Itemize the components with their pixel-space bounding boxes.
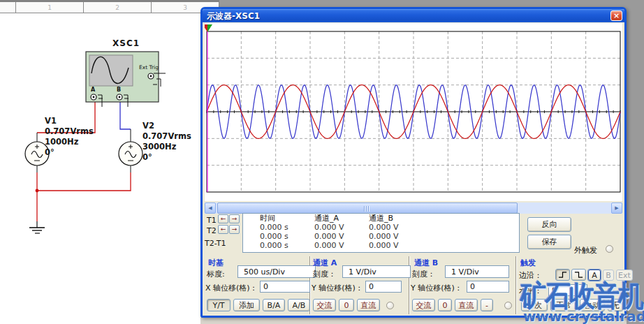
channel-a-offset-input[interactable] [365,281,402,293]
timebase-scale-input[interactable] [237,265,316,278]
cursor-table-value: 0.000 s [243,241,305,250]
v1-name: V1 [45,116,94,126]
t1-right-arrow-icon[interactable]: → [229,214,240,223]
scope-graticule [205,23,622,201]
channel-a-scale-input[interactable] [342,265,411,278]
wire-junction-dot [36,189,39,193]
t2-left-arrow-icon[interactable]: ← [218,225,228,234]
oscilloscope-window: 示波器-XSC1 × ◀ ▶ T1 T2 T2-T1 ← → ← → 时间通道_… [200,7,627,318]
cursor-table-header: 通道_B [359,214,519,223]
channel-a-scale-label: 刻度： [313,269,336,279]
t1-left-arrow-icon[interactable]: ← [218,214,228,223]
t2-right-arrow-icon[interactable]: → [229,225,240,234]
ext-trigger-label: 外触发 [574,245,597,256]
section-divider [515,256,517,314]
watermark-url: www.crystalradio.cn [523,308,644,324]
terminal-a-label: A [91,87,95,93]
cursor-table-header: 时间 [243,214,305,223]
timebase-title: 时基 [208,258,224,268]
channel-b-indicator [504,302,512,309]
channel-a-offset-label: Y 轴位移(格)： [312,283,363,293]
thumb-grip-icon [364,206,370,212]
v2-phase: 0° [142,152,191,163]
scroll-left-icon[interactable]: ◀ [205,202,216,214]
cursor-table-value: 0.000 V [305,232,359,241]
cursor-table-row: 0.000 s0.000 V0.000 V [243,223,519,232]
v2-name: V2 [142,121,191,131]
channel-b-coupling-button-交流[interactable]: 交流 [412,299,435,311]
timebase-offset-input[interactable] [260,281,310,293]
v2-frequency: 3000Hz [142,142,191,152]
scope-display[interactable] [205,23,622,201]
cursor-t2t1-label: T2-T1 [205,239,226,248]
reverse-button[interactable]: 反向 [527,217,571,232]
v1-labels: V1 0.707Vrms 1000Hz 0° [45,116,94,158]
window-titlebar[interactable]: 示波器-XSC1 × [203,9,624,22]
scrollbar-thumb[interactable] [217,202,518,214]
v1-voltage: 0.707Vrms [45,126,94,137]
wire-ground-bus[interactable] [36,172,131,221]
channel-b-scale-label: 刻度： [412,269,435,279]
timebase-mode-button-A/B[interactable]: A/B [288,299,310,311]
cursor-readout-table: 时间通道_A通道_B0.000 s0.000 V0.000 V0.000 s0.… [242,213,520,253]
window-title: 示波器-XSC1 [207,10,260,22]
cursor-t2-label: T2 [207,226,217,235]
channel-b-offset-input[interactable] [467,281,509,293]
t1-cursor-handle[interactable] [207,24,212,32]
timebase-mode-button-Y/T[interactable]: Y/T [207,299,230,311]
cursor-table-value: 0.000 V [359,223,519,232]
cursor-table-value: 0.000 V [359,232,519,241]
terminal-b-label: B [117,87,121,93]
cursor-table-value: 0.000 s [243,223,305,232]
channel-b-coupling-buttons: 交流0直流- [412,299,493,311]
timebase-scale-label: 标度: [207,269,225,279]
oscilloscope-ref-label: XSC1 [112,38,140,48]
channel-a-indicator [386,302,394,309]
close-icon[interactable]: × [610,10,622,21]
cursor-t1-label: T1 [207,216,217,225]
timebase-mode-button-B/A[interactable]: B/A [263,299,285,311]
channel-b-coupling-button--[interactable]: - [481,299,493,311]
channel-a-coupling-button-交流[interactable]: 交流 [313,299,336,311]
cursor-table-value: 0.000 V [305,223,359,232]
channel-a-coupling-button-直流[interactable]: 直流 [357,299,380,311]
save-button[interactable]: 保存 [527,235,571,249]
timebase-mode-button-添加[interactable]: 添加 [233,299,260,311]
channel-b-coupling-button-直流[interactable]: 直流 [455,299,478,311]
t1-cursor-handle[interactable] [205,24,207,32]
v1-frequency: 1000Hz [45,137,94,147]
v2-labels: V2 0.707Vrms 3000Hz 0° [142,121,191,163]
cursor-table-row: 0.000 s0.000 V0.000 V [243,232,519,241]
horizontal-scrollbar[interactable]: ◀ ▶ [205,202,622,214]
cursor-table-header-row: 时间通道_A通道_B [243,214,519,223]
channel-a-title: 通道 A [313,258,337,268]
channel-a-coupling-buttons: 交流0直流 [313,299,380,311]
channel-b-coupling-button-0[interactable]: 0 [438,299,452,311]
v2-voltage: 0.707Vrms [142,131,191,142]
wire-b[interactable] [120,100,131,129]
cursor-table-value: 0.000 s [243,232,305,241]
multisim-workspace: 123 [0,0,644,324]
v1-phase: 0° [45,147,94,158]
channel-b-scale-input[interactable] [445,265,509,278]
trigger-title: 触发 [520,258,536,268]
ground-symbol[interactable] [29,221,45,233]
v2-source-symbol[interactable] [119,129,142,172]
channel-b-title: 通道 B [414,258,438,268]
channel-b-offset-label: Y 轴位移(格)： [411,283,462,293]
timebase-mode-buttons: Y/T添加B/AA/B [207,299,310,311]
ext-trig-label: Ext Trig [139,64,159,71]
cursor-table-row: 0.000 s0.000 V0.000 V [243,241,519,250]
oscilloscope-symbol[interactable] [86,52,166,107]
channel-a-coupling-button-0[interactable]: 0 [339,299,354,311]
cursor-table-header: 通道_A [305,214,359,223]
cursor-table-value: 0.000 V [305,241,359,250]
scroll-right-icon[interactable]: ▶ [611,202,622,214]
timebase-offset-label: X 轴位移(格)： [205,283,258,293]
cursor-table-value: 0.000 V [359,241,519,250]
ext-trigger-indicator [606,245,613,253]
